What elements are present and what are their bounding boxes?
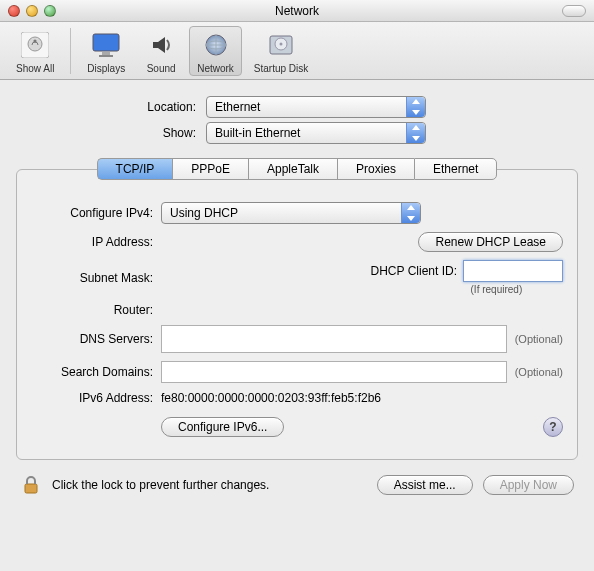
search-domains-label: Search Domains: [31, 365, 161, 379]
ipv6-address-value: fe80:0000:0000:0000:0203:93ff:feb5:f2b6 [161, 391, 381, 405]
bottom-bar: Click the lock to prevent further change… [0, 466, 594, 504]
search-domains-input[interactable] [161, 361, 507, 383]
window-title: Network [0, 4, 594, 18]
tcpip-panel: Configure IPv4: Using DHCP IP Address: R… [16, 169, 578, 460]
configure-ipv4-select[interactable]: Using DHCP [161, 202, 421, 224]
toolbar-network[interactable]: Network [189, 26, 242, 76]
globe-icon [200, 29, 232, 61]
harddisk-icon [265, 29, 297, 61]
assist-me-button[interactable]: Assist me... [377, 475, 473, 495]
apply-now-button[interactable]: Apply Now [483, 475, 574, 495]
show-select[interactable]: Built-in Ethernet [206, 122, 426, 144]
svg-point-10 [280, 42, 283, 45]
svg-rect-5 [99, 55, 113, 57]
grid-icon [19, 29, 51, 61]
lock-text: Click the lock to prevent further change… [52, 478, 269, 492]
ip-address-label: IP Address: [31, 235, 161, 249]
dns-servers-label: DNS Servers: [31, 332, 161, 346]
dhcp-clientid-label: DHCP Client ID: [371, 264, 457, 278]
display-icon [90, 29, 122, 61]
speaker-icon [145, 29, 177, 61]
tab-ethernet[interactable]: Ethernet [414, 158, 497, 180]
location-select[interactable]: Ethernet [206, 96, 426, 118]
toolbar: Show All Displays Sound Network Startup … [0, 22, 594, 80]
tab-proxies[interactable]: Proxies [337, 158, 414, 180]
toolbar-sound[interactable]: Sound [137, 26, 185, 76]
toolbar-toggle-icon[interactable] [562, 5, 586, 17]
toolbar-displays[interactable]: Displays [79, 26, 133, 76]
location-label: Location: [16, 100, 206, 114]
dns-servers-input[interactable] [161, 325, 507, 353]
titlebar: Network [0, 0, 594, 22]
configure-ipv6-button[interactable]: Configure IPv6... [161, 417, 284, 437]
main: Location: Ethernet Show: Built-in Ethern… [0, 80, 594, 466]
show-label: Show: [16, 126, 206, 140]
svg-point-1 [28, 37, 42, 51]
tab-tcpip[interactable]: TCP/IP [97, 158, 173, 180]
dns-optional: (Optional) [515, 333, 563, 345]
search-optional: (Optional) [515, 366, 563, 378]
svg-point-2 [34, 39, 37, 42]
lock-icon[interactable] [20, 474, 42, 496]
tabstrip: TCP/IP PPPoE AppleTalk Proxies Ethernet [16, 158, 578, 180]
ipv6-address-label: IPv6 Address: [31, 391, 161, 405]
configure-ipv4-label: Configure IPv4: [31, 206, 161, 220]
toolbar-showall[interactable]: Show All [8, 26, 62, 76]
svg-rect-4 [102, 52, 110, 55]
svg-rect-11 [25, 484, 37, 493]
dhcp-clientid-note: (If required) [471, 284, 523, 295]
subnet-mask-label: Subnet Mask: [31, 271, 161, 285]
router-label: Router: [31, 303, 161, 317]
svg-rect-3 [93, 34, 119, 51]
toolbar-startupdisk[interactable]: Startup Disk [246, 26, 316, 76]
dhcp-clientid-input[interactable] [463, 260, 563, 282]
renew-dhcp-button[interactable]: Renew DHCP Lease [418, 232, 563, 252]
toolbar-divider [70, 28, 71, 74]
tab-pppoe[interactable]: PPPoE [172, 158, 248, 180]
help-icon[interactable]: ? [543, 417, 563, 437]
tab-appletalk[interactable]: AppleTalk [248, 158, 337, 180]
